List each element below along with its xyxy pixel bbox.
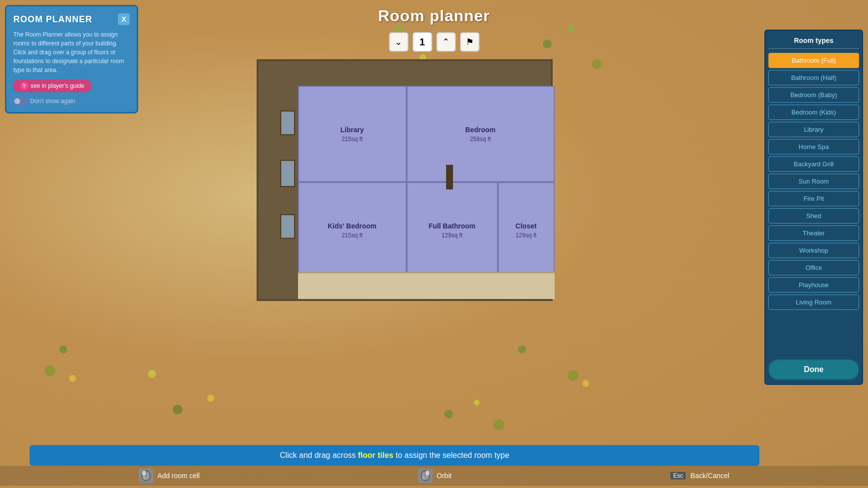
- room-type-bathroom-half[interactable]: Bathroom (Half): [768, 70, 859, 85]
- floorplan-wrapper: Library 215sq ft Bedroom 258sq ft Kids' …: [237, 59, 553, 321]
- rooms-grid: Library 215sq ft Bedroom 258sq ft Kids' …: [298, 86, 555, 278]
- esc-key: Esc: [670, 471, 686, 480]
- room-type-bedroom-baby[interactable]: Bedroom (Baby): [768, 87, 859, 103]
- room-kids-size: 215sq ft: [341, 232, 363, 239]
- svg-point-7: [422, 477, 424, 479]
- status-highlight: floor tiles: [358, 451, 393, 459]
- room-type-playhouse[interactable]: Playhouse: [768, 277, 859, 293]
- room-types-panel: Room types Bathroom (Full) Bathroom (Hal…: [764, 30, 863, 385]
- toolbar: ⌄ 1 ⌃ ⚑: [389, 32, 480, 52]
- done-button[interactable]: Done: [768, 359, 859, 380]
- control-add-room: Add room cell: [139, 468, 200, 483]
- room-kids-name: Kids' Bedroom: [328, 222, 377, 230]
- tooltip-body: The Room Planner allows you to assign ro…: [13, 30, 130, 75]
- status-text-before: Click and drag across: [280, 451, 358, 459]
- room-type-fire-pit[interactable]: Fire Pit: [768, 191, 859, 206]
- mouse-right-icon: [418, 468, 433, 483]
- toolbar-up-btn[interactable]: ⌃: [436, 32, 456, 52]
- status-bar: Click and drag across floor tiles to ass…: [30, 445, 759, 466]
- back-cancel-label: Back/Cancel: [690, 472, 729, 480]
- room-type-sun-room[interactable]: Sun Room: [768, 174, 859, 189]
- room-bedroom-size: 258sq ft: [470, 136, 491, 143]
- room-type-library[interactable]: Library: [768, 122, 859, 137]
- room-closet[interactable]: Closet 129sq ft: [498, 182, 555, 278]
- room-library-name: Library: [340, 126, 364, 134]
- room-bedroom[interactable]: Bedroom 258sq ft: [407, 86, 555, 182]
- page-title: Room planner: [378, 7, 490, 25]
- room-type-shed[interactable]: Shed: [768, 208, 859, 224]
- mouse-left-icon: [139, 468, 153, 483]
- window-bottom: [280, 214, 295, 239]
- room-type-backyard-grill[interactable]: Backyard Grill: [768, 156, 859, 172]
- room-type-bathroom-full[interactable]: Bathroom (Full): [768, 53, 859, 68]
- player-guide-button[interactable]: ? see in player's guide: [13, 79, 91, 92]
- room-bathroom-name: Full Bathroom: [429, 222, 476, 230]
- room-library[interactable]: Library 215sq ft: [298, 86, 407, 182]
- room-type-office[interactable]: Office: [768, 260, 859, 275]
- room-library-size: 215sq ft: [341, 136, 363, 143]
- tooltip-panel: ROOM PLANNER X The Room Planner allows y…: [5, 5, 138, 113]
- room-bedroom-name: Bedroom: [465, 126, 495, 134]
- window-top: [280, 111, 295, 135]
- room-type-living-room[interactable]: Living Room: [768, 295, 859, 310]
- window-middle: [280, 160, 295, 187]
- room-bathroom-size: 129sq ft: [442, 232, 463, 239]
- room-kids-bedroom[interactable]: Kids' Bedroom 215sq ft: [298, 182, 407, 278]
- control-orbit: Orbit: [418, 468, 452, 483]
- svg-rect-2: [142, 471, 146, 476]
- building-outer: Library 215sq ft Bedroom 258sq ft Kids' …: [257, 59, 553, 301]
- dont-show-label: Don't show again: [30, 98, 75, 105]
- room-type-home-spa[interactable]: Home Spa: [768, 139, 859, 154]
- svg-rect-6: [425, 471, 429, 476]
- room-type-bedroom-kids[interactable]: Bedroom (Kids): [768, 105, 859, 120]
- guide-btn-label: see in player's guide: [31, 82, 84, 89]
- add-room-label: Add room cell: [157, 472, 200, 480]
- porch: [298, 272, 555, 299]
- bottom-controls: Add room cell Orbit Esc Back/Cancel: [0, 466, 868, 486]
- dont-show-toggle[interactable]: [13, 97, 27, 105]
- orbit-label: Orbit: [437, 472, 452, 480]
- tooltip-close-button[interactable]: X: [118, 13, 130, 25]
- control-back-cancel: Esc Back/Cancel: [670, 471, 729, 480]
- toolbar-flag-btn[interactable]: ⚑: [460, 32, 480, 52]
- room-closet-size: 129sq ft: [516, 232, 537, 239]
- toolbar-floor-btn[interactable]: 1: [413, 32, 432, 52]
- status-text-after: to assign the selected room type: [393, 451, 509, 459]
- room-type-theater[interactable]: Theater: [768, 225, 859, 241]
- room-closet-name: Closet: [516, 222, 537, 230]
- tooltip-title: ROOM PLANNER: [13, 14, 92, 25]
- door: [446, 165, 453, 189]
- room-bathroom[interactable]: Full Bathroom 129sq ft: [407, 182, 498, 278]
- panel-title: Room types: [768, 35, 859, 49]
- svg-point-3: [143, 477, 145, 479]
- toolbar-down-btn[interactable]: ⌄: [389, 32, 409, 52]
- room-type-workshop[interactable]: Workshop: [768, 243, 859, 258]
